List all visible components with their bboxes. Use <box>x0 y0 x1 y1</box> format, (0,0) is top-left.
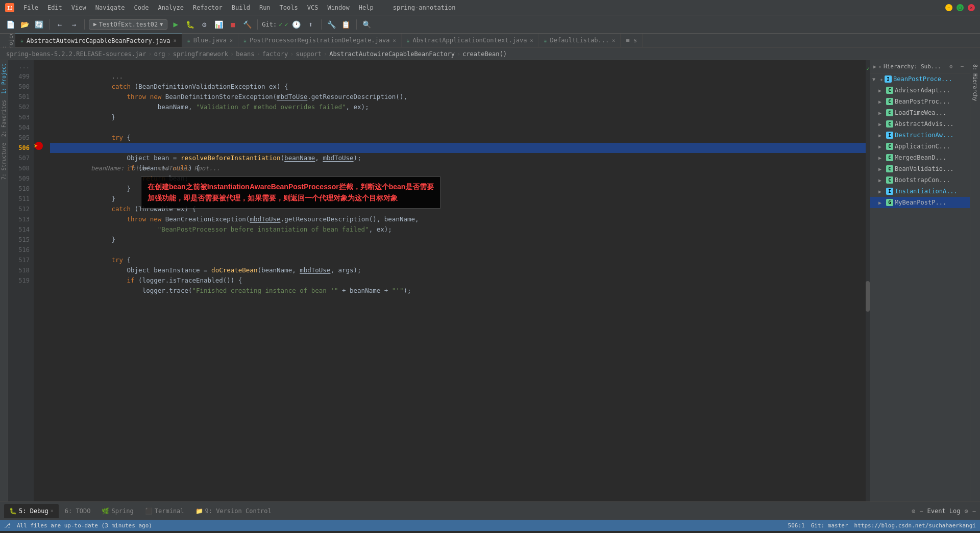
tab-appcontext[interactable]: ☕ AbstractApplicationContext.java × <box>402 34 539 47</box>
open-button[interactable]: 📂 <box>18 18 31 31</box>
spring-tab[interactable]: 🌿 Spring <box>96 504 138 518</box>
menu-navigate[interactable]: Navigate <box>91 3 129 12</box>
menu-file[interactable]: File <box>19 3 42 12</box>
code-line-512: throw new BeanCreationException(mbdToUse… <box>50 204 870 214</box>
tree-item-7[interactable]: ▶ C MergedBeanD... <box>870 152 970 163</box>
maximize-button[interactable]: □ <box>957 4 964 11</box>
tree-item-8[interactable]: ▶ C BeanValidatio... <box>870 163 970 174</box>
sync-button[interactable]: 🔄 <box>33 18 45 31</box>
run-config-label: TestOfExt.test02 <box>99 21 158 28</box>
tree-item-6[interactable]: ▶ C ApplicationC... <box>870 141 970 152</box>
todo-tab[interactable]: 6: TODO <box>60 504 96 518</box>
tab-close-icon[interactable]: × <box>174 38 177 43</box>
hierarchy-vtab[interactable]: 8: Hierarchy <box>971 60 979 105</box>
build-button[interactable]: 🔨 <box>241 18 253 31</box>
vcs-update-button[interactable]: 🕐 <box>290 18 303 31</box>
back-button[interactable]: ← <box>54 18 66 31</box>
menu-refactor[interactable]: Refactor <box>189 3 227 12</box>
debug-minimize-icon[interactable]: − <box>919 507 923 515</box>
event-log-minimize-icon[interactable]: − <box>972 507 976 515</box>
tree-label-root: BeanPostProce... <box>893 75 952 83</box>
tree-item-10[interactable]: ▶ I InstantiationA... <box>870 186 970 197</box>
tab-close-icon-2[interactable]: × <box>230 38 233 43</box>
tab-defaultlist[interactable]: ☕ DefaultListab... × <box>539 34 621 47</box>
crumb-factory[interactable]: factory <box>262 50 288 58</box>
menu-edit[interactable]: Edit <box>43 3 66 12</box>
tab-blue[interactable]: ☕ Blue.java × <box>182 34 238 47</box>
tab-postprocessor[interactable]: ☕ PostProcessorRegistrationDelegate.java… <box>238 34 402 47</box>
menu-view[interactable]: View <box>67 3 90 12</box>
menu-vcs[interactable]: VCS <box>303 3 323 12</box>
event-log-label[interactable]: Event Log <box>927 507 961 515</box>
git-info: Git: ✓ ✓ <box>262 21 288 28</box>
tree-item-11[interactable]: ▶ G MyBeanPostP... <box>870 197 970 208</box>
menu-run[interactable]: Run <box>255 3 275 12</box>
event-log-settings-icon[interactable]: ⚙ <box>965 507 968 515</box>
close-button[interactable]: × <box>968 4 975 11</box>
terminal-tab-icon: ⬛ <box>145 507 153 515</box>
project-vtab[interactable]: 1: Project <box>0 60 8 97</box>
forward-button[interactable]: → <box>68 18 80 31</box>
expand-icon-2: ▶ <box>878 99 885 105</box>
run-config-selector[interactable]: ▶ TestOfExt.test02 ▼ <box>89 19 167 30</box>
vcs-push-button[interactable]: ⬆ <box>305 18 317 31</box>
hierarchy-expand-icon[interactable]: ▶ <box>873 64 876 69</box>
minimize-button[interactable]: − <box>945 4 952 11</box>
vertical-scrollbar-track[interactable]: ✓ <box>866 60 870 501</box>
debug-settings-icon[interactable]: ⚙ <box>912 507 915 515</box>
terminal-tab[interactable]: ⬛ Terminal <box>140 504 189 518</box>
vcs-log-button[interactable]: 📋 <box>340 18 352 31</box>
new-file-button[interactable]: 📄 <box>4 18 16 31</box>
expand-icon-7: ▶ <box>878 155 885 161</box>
search-everywhere-button[interactable]: 🔍 <box>361 18 373 31</box>
tree-item-1[interactable]: ▶ C AdvisorAdapt... <box>870 85 970 96</box>
tree-item-root[interactable]: ▼ ★ I BeanPostProce... <box>870 73 970 85</box>
settings-button[interactable]: 🔧 <box>326 18 338 31</box>
git-branch[interactable]: Git: master <box>811 522 848 529</box>
menu-help[interactable]: Help <box>355 3 378 12</box>
favorites-vtab[interactable]: 2: Favorites <box>0 97 8 140</box>
tab-close-icon-4[interactable]: × <box>530 38 533 43</box>
crumb-class[interactable]: AbstractAutowireCapableBeanFactory <box>329 50 455 58</box>
tree-item-3[interactable]: ▶ C LoadTimeWea... <box>870 107 970 118</box>
tree-item-2[interactable]: ▶ C BeanPostProc... <box>870 96 970 107</box>
coverage-button[interactable]: ⚙ <box>198 18 210 31</box>
panel-settings-icon[interactable]: ⚙ <box>946 62 955 71</box>
tree-item-4[interactable]: ▶ C AbstractAdvis... <box>870 118 970 130</box>
crumb-springframework[interactable]: springframework <box>173 50 228 58</box>
code-line-501: beanName, "Validation of method override… <box>50 92 870 102</box>
menu-window[interactable]: Window <box>323 3 353 12</box>
crumb-method[interactable]: createBean() <box>462 50 507 58</box>
debug-tab-close[interactable]: × <box>51 508 54 514</box>
tab-close-icon-5[interactable]: × <box>612 38 615 43</box>
tree-item-9[interactable]: ▶ C BootstrapCon... <box>870 174 970 186</box>
tab-close-icon-3[interactable]: × <box>393 38 396 43</box>
crumb-org[interactable]: org <box>154 50 165 58</box>
crumb-beans[interactable]: beans <box>236 50 254 58</box>
tab-abstract-factory[interactable]: ☕ AbstractAutowireCapableBeanFactory.jav… <box>15 34 182 47</box>
cursor-position[interactable]: 506:1 <box>788 522 805 529</box>
profile-button[interactable]: 📊 <box>212 18 225 31</box>
tree-item-5[interactable]: ▶ I DestructionAw... <box>870 130 970 141</box>
debug-tab[interactable]: 🐛 5: Debug × <box>4 504 59 518</box>
run-button[interactable]: ▶ <box>169 18 182 31</box>
terminal-tab-label: Terminal <box>155 507 184 515</box>
crumb-jar[interactable]: spring-beans-5.2.2.RELEASE-sources.jar <box>6 50 146 58</box>
menu-tools[interactable]: Tools <box>276 3 302 12</box>
stop-button[interactable]: ■ <box>227 18 239 31</box>
panel-minimize-icon[interactable]: − <box>958 62 967 71</box>
code-editor: 在创建bean之前被InstantiationAwareBeanPostProc… <box>8 60 870 501</box>
menu-code[interactable]: Code <box>130 3 153 12</box>
menu-analyze[interactable]: Analyze <box>154 3 188 12</box>
vcs-tab[interactable]: 📁 9: Version Control <box>190 504 277 518</box>
hierarchy-tree: ▼ ★ I BeanPostProce... ▶ C AdvisorAdapt.… <box>870 73 970 501</box>
spring-tab-label: Spring <box>111 507 133 515</box>
crumb-support[interactable]: support <box>296 50 322 58</box>
debug-button[interactable]: 🐛 <box>184 18 196 31</box>
structure-vtab[interactable]: 7: Structure <box>0 140 8 183</box>
tab-extra[interactable]: ≡ s <box>621 34 643 47</box>
project-tab[interactable]: 1: Project <box>1 34 14 48</box>
menu-build[interactable]: Build <box>228 3 254 12</box>
code-line-509: } <box>50 173 870 184</box>
vertical-scrollbar-thumb[interactable] <box>866 281 870 312</box>
